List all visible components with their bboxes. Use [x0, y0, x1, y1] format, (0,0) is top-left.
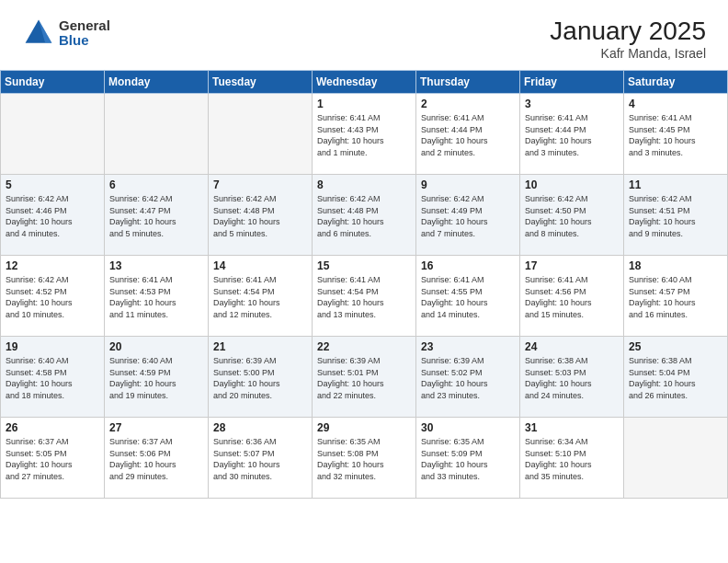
calendar-cell: 15Sunrise: 6:41 AM Sunset: 4:54 PM Dayli…: [313, 256, 416, 337]
title-block: January 2025 Kafr Manda, Israel: [550, 17, 706, 61]
calendar-cell: 6Sunrise: 6:42 AM Sunset: 4:47 PM Daylig…: [105, 175, 209, 256]
day-info: Sunrise: 6:42 AM Sunset: 4:52 PM Dayligh…: [6, 274, 99, 320]
day-number: 3: [525, 98, 619, 110]
calendar-cell: 31Sunrise: 6:34 AM Sunset: 5:10 PM Dayli…: [520, 418, 624, 499]
day-number: 2: [421, 98, 515, 110]
weekday-header: Wednesday: [313, 71, 416, 94]
calendar-cell: 2Sunrise: 6:41 AM Sunset: 4:44 PM Daylig…: [416, 94, 520, 175]
calendar-cell: 20Sunrise: 6:40 AM Sunset: 4:59 PM Dayli…: [105, 337, 209, 418]
calendar-cell: 21Sunrise: 6:39 AM Sunset: 5:00 PM Dayli…: [209, 337, 313, 418]
day-number: 10: [525, 178, 619, 191]
day-number: 26: [6, 421, 99, 434]
calendar-cell: [209, 94, 313, 175]
calendar-week-row: 12Sunrise: 6:42 AM Sunset: 4:52 PM Dayli…: [1, 256, 728, 337]
calendar-cell: 13Sunrise: 6:41 AM Sunset: 4:53 PM Dayli…: [105, 256, 209, 337]
calendar-cell: 5Sunrise: 6:42 AM Sunset: 4:46 PM Daylig…: [1, 175, 105, 256]
day-number: 4: [629, 98, 722, 110]
day-number: 19: [6, 340, 99, 353]
day-info: Sunrise: 6:40 AM Sunset: 4:58 PM Dayligh…: [6, 355, 99, 401]
calendar-cell: 4Sunrise: 6:41 AM Sunset: 4:45 PM Daylig…: [624, 94, 728, 175]
calendar-cell: 29Sunrise: 6:35 AM Sunset: 5:08 PM Dayli…: [313, 418, 416, 499]
day-info: Sunrise: 6:37 AM Sunset: 5:06 PM Dayligh…: [109, 436, 203, 482]
day-info: Sunrise: 6:34 AM Sunset: 5:10 PM Dayligh…: [525, 436, 619, 482]
month-title: January 2025: [550, 17, 706, 46]
logo: General Blue: [22, 17, 110, 50]
calendar-week-row: 5Sunrise: 6:42 AM Sunset: 4:46 PM Daylig…: [1, 175, 728, 256]
day-number: 15: [317, 259, 411, 272]
calendar-cell: 1Sunrise: 6:41 AM Sunset: 4:43 PM Daylig…: [313, 94, 416, 175]
day-info: Sunrise: 6:39 AM Sunset: 5:02 PM Dayligh…: [421, 355, 515, 401]
calendar-cell: 19Sunrise: 6:40 AM Sunset: 4:58 PM Dayli…: [1, 337, 105, 418]
calendar-cell: 9Sunrise: 6:42 AM Sunset: 4:49 PM Daylig…: [416, 175, 520, 256]
calendar-cell: 30Sunrise: 6:35 AM Sunset: 5:09 PM Dayli…: [416, 418, 520, 499]
day-number: 12: [6, 259, 99, 272]
day-info: Sunrise: 6:38 AM Sunset: 5:04 PM Dayligh…: [629, 355, 722, 401]
day-number: 31: [525, 421, 619, 434]
page-header: General Blue January 2025 Kafr Manda, Is…: [0, 0, 728, 70]
day-number: 13: [109, 259, 203, 272]
day-number: 27: [109, 421, 203, 434]
weekday-header: Saturday: [624, 71, 728, 94]
logo-blue-text: Blue: [59, 33, 110, 49]
calendar-cell: 11Sunrise: 6:42 AM Sunset: 4:51 PM Dayli…: [624, 175, 728, 256]
day-info: Sunrise: 6:37 AM Sunset: 5:05 PM Dayligh…: [6, 436, 99, 482]
day-number: 25: [629, 340, 722, 353]
logo-general-text: General: [59, 18, 110, 34]
day-info: Sunrise: 6:42 AM Sunset: 4:49 PM Dayligh…: [421, 193, 515, 239]
weekday-header: Monday: [105, 71, 209, 94]
calendar-cell: 28Sunrise: 6:36 AM Sunset: 5:07 PM Dayli…: [209, 418, 313, 499]
calendar-cell: [1, 94, 105, 175]
calendar-cell: 18Sunrise: 6:40 AM Sunset: 4:57 PM Dayli…: [624, 256, 728, 337]
day-info: Sunrise: 6:42 AM Sunset: 4:50 PM Dayligh…: [525, 193, 619, 239]
calendar-cell: 26Sunrise: 6:37 AM Sunset: 5:05 PM Dayli…: [1, 418, 105, 499]
calendar-cell: 25Sunrise: 6:38 AM Sunset: 5:04 PM Dayli…: [624, 337, 728, 418]
day-info: Sunrise: 6:41 AM Sunset: 4:44 PM Dayligh…: [525, 112, 619, 158]
day-number: 14: [213, 259, 307, 272]
day-number: 6: [109, 178, 203, 191]
calendar-cell: 7Sunrise: 6:42 AM Sunset: 4:48 PM Daylig…: [209, 175, 313, 256]
day-info: Sunrise: 6:41 AM Sunset: 4:54 PM Dayligh…: [213, 274, 307, 320]
day-info: Sunrise: 6:35 AM Sunset: 5:09 PM Dayligh…: [421, 436, 515, 482]
weekday-header: Sunday: [1, 71, 105, 94]
calendar-cell: 17Sunrise: 6:41 AM Sunset: 4:56 PM Dayli…: [520, 256, 624, 337]
day-number: 5: [6, 178, 99, 191]
day-number: 17: [525, 259, 619, 272]
day-info: Sunrise: 6:42 AM Sunset: 4:47 PM Dayligh…: [109, 193, 203, 239]
day-info: Sunrise: 6:41 AM Sunset: 4:44 PM Dayligh…: [421, 112, 515, 158]
day-info: Sunrise: 6:41 AM Sunset: 4:45 PM Dayligh…: [629, 112, 722, 158]
day-info: Sunrise: 6:40 AM Sunset: 4:59 PM Dayligh…: [109, 355, 203, 401]
day-info: Sunrise: 6:42 AM Sunset: 4:46 PM Dayligh…: [6, 193, 99, 239]
day-number: 24: [525, 340, 619, 353]
day-number: 20: [109, 340, 203, 353]
day-number: 7: [213, 178, 307, 191]
day-info: Sunrise: 6:39 AM Sunset: 5:00 PM Dayligh…: [213, 355, 307, 401]
calendar-cell: 22Sunrise: 6:39 AM Sunset: 5:01 PM Dayli…: [313, 337, 416, 418]
day-number: 8: [317, 178, 411, 191]
calendar-week-row: 1Sunrise: 6:41 AM Sunset: 4:43 PM Daylig…: [1, 94, 728, 175]
calendar-cell: [624, 418, 728, 499]
calendar-cell: 24Sunrise: 6:38 AM Sunset: 5:03 PM Dayli…: [520, 337, 624, 418]
location-subtitle: Kafr Manda, Israel: [550, 46, 706, 61]
day-info: Sunrise: 6:39 AM Sunset: 5:01 PM Dayligh…: [317, 355, 411, 401]
calendar-cell: [105, 94, 209, 175]
calendar-cell: 27Sunrise: 6:37 AM Sunset: 5:06 PM Dayli…: [105, 418, 209, 499]
weekday-header: Friday: [520, 71, 624, 94]
day-info: Sunrise: 6:42 AM Sunset: 4:48 PM Dayligh…: [213, 193, 307, 239]
day-number: 28: [213, 421, 307, 434]
day-info: Sunrise: 6:41 AM Sunset: 4:56 PM Dayligh…: [525, 274, 619, 320]
day-number: 9: [421, 178, 515, 191]
day-info: Sunrise: 6:42 AM Sunset: 4:48 PM Dayligh…: [317, 193, 411, 239]
day-info: Sunrise: 6:36 AM Sunset: 5:07 PM Dayligh…: [213, 436, 307, 482]
day-info: Sunrise: 6:41 AM Sunset: 4:53 PM Dayligh…: [109, 274, 203, 320]
day-number: 22: [317, 340, 411, 353]
calendar-cell: 16Sunrise: 6:41 AM Sunset: 4:55 PM Dayli…: [416, 256, 520, 337]
day-number: 23: [421, 340, 515, 353]
weekday-header-row: SundayMondayTuesdayWednesdayThursdayFrid…: [1, 71, 728, 94]
calendar-cell: 12Sunrise: 6:42 AM Sunset: 4:52 PM Dayli…: [1, 256, 105, 337]
day-number: 1: [317, 98, 411, 110]
calendar-week-row: 19Sunrise: 6:40 AM Sunset: 4:58 PM Dayli…: [1, 337, 728, 418]
day-number: 29: [317, 421, 411, 434]
calendar-cell: 8Sunrise: 6:42 AM Sunset: 4:48 PM Daylig…: [313, 175, 416, 256]
calendar-cell: 14Sunrise: 6:41 AM Sunset: 4:54 PM Dayli…: [209, 256, 313, 337]
weekday-header: Thursday: [416, 71, 520, 94]
